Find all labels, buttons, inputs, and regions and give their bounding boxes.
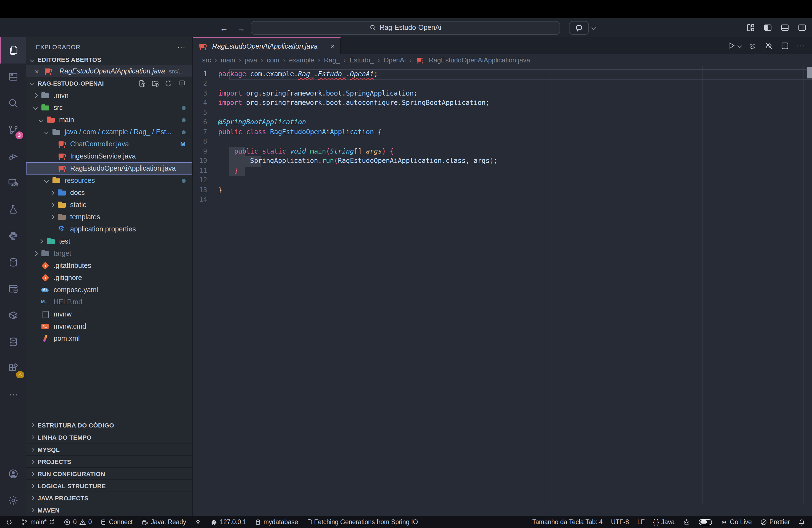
nav-forward-icon[interactable]: →: [237, 23, 245, 32]
code-line[interactable]: 2: [193, 79, 812, 89]
nav-back-icon[interactable]: ←: [220, 23, 228, 32]
prettier-status[interactable]: Prettier: [760, 518, 790, 526]
chevron-down-icon[interactable]: [39, 118, 43, 122]
chevron-right-icon[interactable]: [50, 203, 54, 207]
tree-item[interactable]: main: [26, 114, 192, 126]
tree-item[interactable]: mvnw: [26, 308, 192, 320]
toggle-secondary-sidebar-icon[interactable]: [798, 23, 807, 32]
breadcrumb-item[interactable]: Rag_: [324, 56, 340, 64]
code-line[interactable]: 8: [193, 137, 812, 147]
open-editors-section-header[interactable]: EDITORES ABERTOS: [26, 54, 192, 65]
run-icon[interactable]: [727, 41, 736, 50]
tree-item[interactable]: test: [26, 235, 192, 247]
remote-indicator[interactable]: [5, 518, 13, 526]
eol-status[interactable]: LF: [637, 518, 644, 525]
hints-disabled-icon[interactable]: [765, 41, 773, 50]
remote-monitor-icon[interactable]: [0, 170, 26, 196]
chevron-right-icon[interactable]: [50, 215, 54, 220]
breadcrumb-item[interactable]: java: [245, 56, 257, 64]
breadcrumb-item[interactable]: Estudo_: [350, 56, 374, 64]
copilot-dropdown-chevron-icon[interactable]: [592, 25, 596, 30]
chevron-down-icon[interactable]: [44, 130, 49, 134]
chevron-right-icon[interactable]: [50, 191, 54, 195]
editor-more-actions-icon[interactable]: ···: [797, 41, 806, 50]
sidebar-section-maven[interactable]: MAVEN: [26, 504, 192, 516]
settings-icon[interactable]: [0, 487, 26, 514]
open-editor-item[interactable]: × RagEstudoOpenAiApplication.java src/..…: [26, 65, 192, 77]
tree-item[interactable]: RagEstudoOpenAiApplication.java: [26, 162, 192, 175]
db-connect-button[interactable]: Connect: [100, 518, 133, 526]
overview-ruler-cursor-mark[interactable]: [807, 67, 812, 78]
sidebar-section-run-configuration[interactable]: RUN CONFIGURATION: [26, 467, 192, 480]
split-editor-icon[interactable]: [781, 41, 789, 50]
chevron-right-icon[interactable]: [33, 93, 38, 98]
code-line[interactable]: 14: [193, 195, 812, 205]
more-icon[interactable]: [0, 382, 26, 408]
breadcrumb-item[interactable]: OpenAi: [383, 56, 406, 64]
close-icon[interactable]: ×: [35, 67, 39, 75]
tree-item[interactable]: compose.yaml: [26, 284, 192, 296]
testing-icon[interactable]: [0, 196, 26, 223]
copilot-chat-button[interactable]: [569, 21, 589, 34]
tree-item[interactable]: HELP.md: [26, 296, 192, 308]
code-line[interactable]: 9 public static void main(String[] args)…: [193, 147, 812, 156]
tree-item[interactable]: docs: [26, 187, 192, 199]
search-icon[interactable]: [0, 90, 26, 117]
git-branch-status[interactable]: main*: [21, 518, 56, 526]
tree-item[interactable]: application.properties: [26, 223, 192, 235]
code-area[interactable]: 1package com.example.Rag_.Estudo_.OpenAi…: [193, 66, 812, 504]
breadcrumb-item[interactable]: example: [289, 56, 314, 64]
tab-size-status[interactable]: Tamanho da Tecla Tab: 4: [532, 518, 603, 525]
sidebar-section-logical-structure[interactable]: LOGICAL STRUCTURE: [26, 480, 192, 492]
tree-item[interactable]: pom.xml: [26, 333, 192, 344]
tree-item[interactable]: .gitignore: [26, 272, 192, 284]
code-line[interactable]: 12: [193, 176, 812, 185]
tab-close-icon[interactable]: ×: [331, 42, 335, 50]
postgres-host-status[interactable]: 127.0.0.1: [210, 518, 246, 526]
tree-item[interactable]: .gitattributes: [26, 260, 192, 272]
container-icon[interactable]: [0, 302, 26, 328]
breadcrumb-item[interactable]: com: [267, 56, 279, 64]
collapse-all-icon[interactable]: [178, 79, 186, 87]
tree-item[interactable]: resources: [26, 175, 192, 187]
new-folder-icon[interactable]: [151, 79, 159, 87]
explorer-icon[interactable]: [0, 37, 26, 63]
breadcrumb-file[interactable]: RagEstudoOpenAiApplication.java: [429, 56, 530, 64]
chevron-down-icon[interactable]: [33, 105, 38, 110]
database-icon[interactable]: [0, 249, 26, 276]
account-icon[interactable]: [0, 460, 26, 487]
go-live-button[interactable]: Go Live: [721, 518, 752, 526]
sidebar-section-estrutura-do-c-digo[interactable]: ESTRUTURA DO CÓDIGO: [26, 419, 192, 431]
java-status[interactable]: Java: Ready: [141, 518, 186, 526]
sqltools-icon[interactable]: [0, 276, 26, 302]
new-file-icon[interactable]: [138, 79, 146, 87]
background-task-status[interactable]: Fetching Generations from Spring IO: [306, 518, 418, 525]
customize-layout-icon[interactable]: [746, 23, 755, 32]
toggle-switch[interactable]: [699, 519, 712, 525]
tree-item[interactable]: IngestionService.java: [26, 150, 192, 162]
toggle-primary-sidebar-icon[interactable]: [764, 23, 772, 32]
breadcrumb-item[interactable]: main: [221, 56, 235, 64]
toggle-panel-icon[interactable]: [781, 23, 789, 32]
notifications-button[interactable]: [798, 518, 806, 526]
chevron-down-icon[interactable]: [44, 178, 49, 183]
language-mode-status[interactable]: { } Java: [653, 518, 675, 525]
tree-item[interactable]: mvnw.cmd: [26, 320, 192, 333]
tree-item[interactable]: .mvn: [26, 89, 192, 102]
tree-item[interactable]: ChatController.javaM: [26, 138, 192, 150]
sidebar-section-projects[interactable]: PROJECTS: [26, 455, 192, 467]
run-debug-icon[interactable]: [0, 143, 26, 170]
views-more-actions-icon[interactable]: ···: [177, 43, 186, 51]
broadcast-status[interactable]: [194, 518, 202, 526]
chevron-right-icon[interactable]: [39, 239, 43, 244]
extensions-icon[interactable]: ⚠: [0, 355, 26, 382]
tree-item[interactable]: templates: [26, 211, 192, 223]
sidebar-section-java-projects[interactable]: JAVA PROJECTS: [26, 492, 192, 504]
database-name-status[interactable]: mydatabase: [255, 518, 298, 526]
command-center-search[interactable]: Rag-Estudo-OpenAi: [251, 21, 560, 34]
archive-icon[interactable]: [0, 63, 26, 90]
run-dropdown-chevron-icon[interactable]: [737, 43, 742, 48]
code-line[interactable]: 1package com.example.Rag_.Estudo_.OpenAi…: [193, 69, 812, 79]
problems-status[interactable]: 0 0: [64, 518, 92, 526]
database-stack-icon[interactable]: [0, 328, 26, 355]
